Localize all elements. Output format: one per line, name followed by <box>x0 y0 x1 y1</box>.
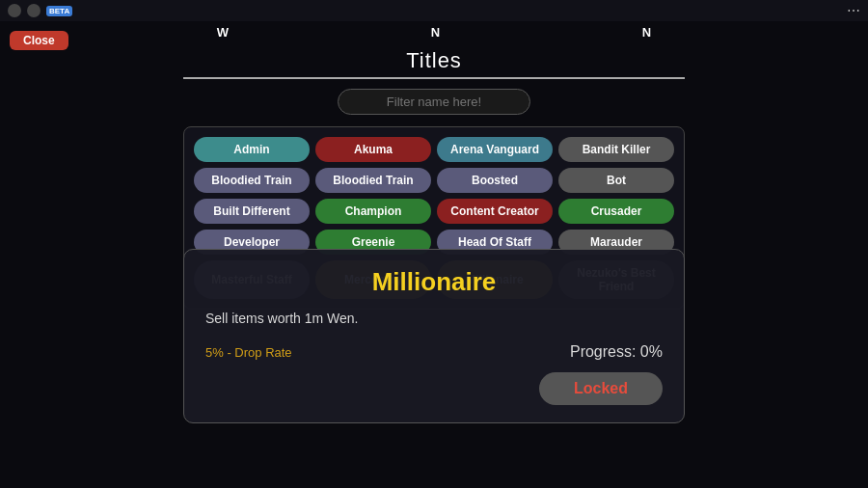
title-btn[interactable]: Built Different <box>194 199 310 224</box>
title-btn[interactable]: Bandit Killer <box>558 137 674 162</box>
compass-w: W <box>217 25 229 40</box>
title-btn[interactable]: Bloodied Train <box>315 168 431 193</box>
title-btn[interactable]: Boosted <box>437 168 553 193</box>
compass-n1: N <box>431 25 440 40</box>
roblox-icon <box>8 4 21 17</box>
detail-title: Millionaire <box>205 267 663 297</box>
compass-n2: N <box>642 25 651 40</box>
detail-bottom: 5% - Drop Rate Progress: 0% <box>205 343 663 361</box>
panel-title: Titles <box>183 48 685 79</box>
roblox-icon2 <box>27 4 41 17</box>
locked-button[interactable]: Locked <box>539 372 663 405</box>
title-btn[interactable]: Bloodied Train <box>194 168 310 193</box>
title-btn[interactable]: Admin <box>194 137 310 162</box>
title-btn[interactable]: Content Creator <box>437 199 553 224</box>
top-bar: BETA ⋯ <box>0 0 868 21</box>
menu-icon[interactable]: ⋯ <box>847 3 860 18</box>
beta-badge: BETA <box>46 6 72 16</box>
title-btn[interactable]: Champion <box>315 199 431 224</box>
top-bar-left: BETA <box>8 4 72 17</box>
title-btn[interactable]: Akuma <box>315 137 431 162</box>
progress-text: Progress: 0% <box>570 343 663 361</box>
filter-input[interactable] <box>338 89 530 115</box>
title-btn[interactable]: Crusader <box>558 199 674 224</box>
title-btn[interactable]: Arena Vanguard <box>437 137 553 162</box>
title-btn[interactable]: Bot <box>558 168 674 193</box>
detail-description: Sell items worth 1m Wen. <box>205 311 663 326</box>
close-button[interactable]: Close <box>10 31 68 50</box>
detail-panel: Millionaire Sell items worth 1m Wen. 5% … <box>183 249 685 423</box>
drop-rate: 5% - Drop Rate <box>205 345 292 360</box>
compass-row: W N N <box>0 21 868 43</box>
